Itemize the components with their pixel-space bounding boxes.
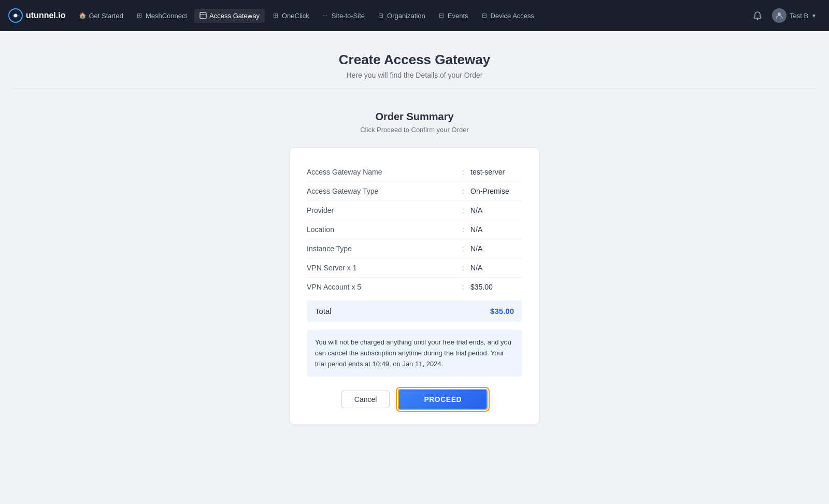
page-header: Create Access Gateway Here you will find…: [12, 31, 817, 90]
proceed-button[interactable]: PROCEED: [398, 389, 488, 410]
order-row: Provider : N/A: [307, 201, 522, 220]
order-row-colon: :: [456, 264, 470, 272]
logo[interactable]: utunnel.io: [8, 8, 65, 23]
order-row: Access Gateway Name : test-server: [307, 163, 522, 182]
order-row: VPN Account x 5 : $35.00: [307, 278, 522, 296]
order-row: VPN Server x 1 : N/A: [307, 258, 522, 278]
order-row-label: Access Gateway Name: [307, 168, 456, 176]
logo-text: utunnel.io: [26, 11, 65, 20]
order-row-label: Provider: [307, 206, 456, 214]
nav-organization-label: Organization: [387, 12, 425, 20]
order-row-colon: :: [456, 187, 470, 195]
site-icon: ↔: [322, 12, 329, 19]
order-row-label: VPN Server x 1: [307, 264, 456, 272]
action-buttons: Cancel PROCEED: [307, 389, 522, 410]
svg-rect-2: [200, 12, 206, 19]
order-row-colon: :: [456, 206, 470, 214]
nav-organization[interactable]: ⊟ Organization: [372, 9, 431, 23]
device-icon: ⊟: [481, 12, 488, 19]
nav-site-to-site[interactable]: ↔ Site-to-Site: [317, 9, 370, 23]
user-menu[interactable]: Test B ▼: [768, 6, 821, 25]
order-section: Order Summary Click Proceed to Confirm y…: [12, 90, 817, 445]
nav-device-access[interactable]: ⊟ Device Access: [476, 9, 540, 23]
nav-oneclick[interactable]: ⊞ OneClick: [267, 9, 315, 23]
svg-point-4: [756, 19, 758, 20]
home-icon: 🏠: [79, 12, 86, 19]
order-row-colon: :: [456, 168, 470, 176]
order-row: Access Gateway Type : On-Premise: [307, 182, 522, 201]
order-row-value: test-server: [470, 168, 522, 176]
nav-meshconnect-label: MeshConnect: [146, 12, 187, 20]
order-row: Instance Type : N/A: [307, 239, 522, 258]
navigation: utunnel.io 🏠 Get Started ⊞ MeshConnect A…: [0, 0, 829, 31]
order-row-value: N/A: [470, 264, 522, 272]
nav-meshconnect[interactable]: ⊞ MeshConnect: [131, 9, 192, 23]
nav-get-started[interactable]: 🏠 Get Started: [74, 9, 128, 23]
nav-device-access-label: Device Access: [491, 12, 535, 20]
org-icon: ⊟: [377, 12, 384, 19]
order-row-value: N/A: [470, 206, 522, 214]
nav-site-to-site-label: Site-to-Site: [332, 12, 365, 20]
nav-access-gateway[interactable]: Access Gateway: [194, 9, 265, 23]
nav-oneclick-label: OneClick: [282, 12, 309, 20]
order-row-value: N/A: [470, 244, 522, 253]
total-value: $35.00: [490, 307, 514, 315]
order-row-colon: :: [456, 225, 470, 234]
page-title: Create Access Gateway: [12, 52, 817, 68]
total-label: Total: [315, 307, 332, 315]
order-row-value: N/A: [470, 225, 522, 234]
svg-point-5: [778, 12, 781, 16]
order-card: Access Gateway Name : test-server Access…: [290, 148, 539, 424]
order-row-value: On-Premise: [470, 187, 522, 195]
notification-bell[interactable]: [749, 7, 766, 24]
gateway-icon: [199, 12, 207, 19]
order-title: Order Summary: [375, 111, 453, 123]
avatar: [772, 8, 787, 23]
trial-notice: You will not be charged anything until y…: [307, 330, 522, 377]
dropdown-arrow-icon: ▼: [811, 13, 817, 19]
order-row-colon: :: [456, 244, 470, 253]
nav-events[interactable]: ⊟ Events: [433, 9, 474, 23]
page-subtitle: Here you will find the Details of your O…: [12, 71, 817, 79]
nav-get-started-label: Get Started: [89, 12, 123, 20]
user-name: Test B: [790, 12, 808, 20]
order-row-label: Access Gateway Type: [307, 187, 456, 195]
order-subtitle: Click Proceed to Confirm your Order: [360, 126, 469, 134]
order-row-value: $35.00: [470, 283, 522, 291]
nav-access-gateway-label: Access Gateway: [209, 12, 260, 20]
order-row: Location : N/A: [307, 220, 522, 239]
order-row-label: VPN Account x 5: [307, 283, 456, 291]
cancel-button[interactable]: Cancel: [341, 391, 390, 408]
order-row-label: Instance Type: [307, 244, 456, 253]
order-row-label: Location: [307, 225, 456, 234]
page-wrapper: Create Access Gateway Here you will find…: [0, 31, 829, 445]
order-total-row: Total $35.00: [307, 300, 522, 322]
svg-point-1: [14, 14, 17, 17]
events-icon: ⊟: [438, 12, 445, 19]
mesh-icon: ⊞: [136, 12, 143, 19]
order-rows: Access Gateway Name : test-server Access…: [307, 163, 522, 296]
oneclick-icon: ⊞: [272, 12, 279, 19]
order-row-colon: :: [456, 283, 470, 291]
nav-events-label: Events: [448, 12, 468, 20]
